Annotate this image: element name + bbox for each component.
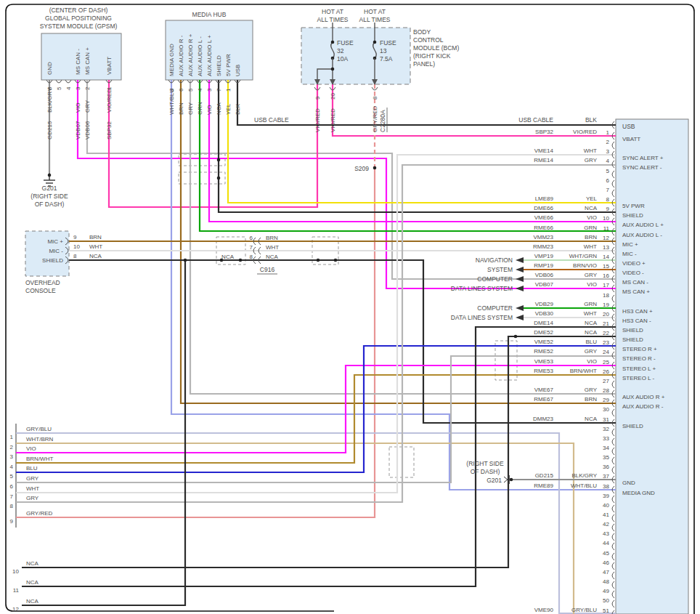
right-row-pin: 48 bbox=[603, 578, 609, 585]
right-row-pin: 50 bbox=[603, 597, 609, 604]
right-row-pin: 43 bbox=[603, 530, 609, 537]
right-row-color: BLK/GRY bbox=[571, 472, 597, 479]
right-row-color: BRN/VIO bbox=[573, 262, 597, 269]
right-row-label: VBATT bbox=[622, 136, 640, 142]
left-row-pin: 2 bbox=[10, 444, 14, 451]
gpsm-pin-label: MS CAN + bbox=[84, 47, 91, 75]
right-row-pin: 34 bbox=[603, 445, 609, 451]
right-row-color: WHT bbox=[584, 310, 597, 317]
c916-left-label: NCA bbox=[221, 254, 235, 260]
right-row-circuit: RME67 bbox=[534, 396, 553, 403]
left-row-pin: 3 bbox=[10, 453, 14, 460]
gpsm-pin-number: 4 bbox=[65, 86, 72, 90]
gpsm-pin-number: 2 bbox=[84, 86, 91, 90]
right-row-circuit: VME14 bbox=[534, 148, 554, 154]
right-row-pin: 5 bbox=[606, 168, 610, 174]
bcm-label-1: BODY bbox=[413, 28, 431, 36]
right-row-bracket bbox=[612, 591, 614, 598]
right-row-pin: 26 bbox=[603, 368, 609, 375]
console-wire-color: BRN bbox=[89, 234, 102, 241]
c916-pin-number: 7 bbox=[250, 244, 253, 251]
right-row-label: HS3 CAN + bbox=[622, 308, 653, 315]
bcm-pin-number: 20 bbox=[330, 93, 336, 100]
right-row-label: AUX AUDIO L + bbox=[622, 222, 664, 228]
right-row-bracket bbox=[612, 295, 614, 302]
overhead-console-label-1: OVERHEAD bbox=[25, 279, 60, 286]
bcm-label-3: MODULE (BCM) bbox=[413, 44, 459, 52]
usb-cable-label-right: USB CABLE bbox=[518, 116, 553, 124]
right-row-color: NCA bbox=[585, 329, 598, 336]
media-hub-pin-label: AUX AUDIO R - bbox=[178, 35, 184, 76]
right-row-color: VIO bbox=[587, 281, 597, 288]
right-row-circuit: VDB06 bbox=[535, 272, 554, 278]
gpsm-header-line3: SYSTEM MODULE (GPSM) bbox=[40, 23, 118, 30]
wire-left8-rme14 bbox=[16, 165, 616, 502]
connector-c2280a-label: C2280A bbox=[379, 110, 386, 132]
right-row-circuit: VME67 bbox=[534, 387, 554, 393]
ref-computer1-line1: COMPUTER bbox=[477, 275, 513, 283]
ground-g201-left-id: G201 bbox=[42, 185, 57, 192]
media-hub-wire-color: YEL bbox=[225, 103, 232, 115]
right-row-label: GND bbox=[622, 480, 635, 486]
media-hub-pin-label: 5V PWR bbox=[225, 54, 232, 76]
console-pin-number: 9 bbox=[73, 234, 77, 241]
right-row-pin: 19 bbox=[603, 302, 609, 308]
right-row-circuit: RMP19 bbox=[534, 262, 553, 269]
right-row-color: BRN/WHT bbox=[570, 368, 597, 374]
right-row-pin: 37 bbox=[603, 473, 609, 480]
fuse1-rating: 10A bbox=[337, 55, 348, 62]
right-row-color: VIO bbox=[587, 358, 597, 365]
right-row-pin: 9 bbox=[606, 206, 610, 212]
ground-g201-left-loc2: OF DASH) bbox=[35, 201, 65, 208]
right-row-label: 5V PWR bbox=[622, 203, 645, 209]
right-row-label: SYNC ALERT + bbox=[622, 155, 664, 161]
right-row-pin: 32 bbox=[603, 426, 609, 432]
wire-left3-vme53 bbox=[16, 365, 616, 453]
right-row-bracket bbox=[612, 514, 614, 522]
gpsm-pin-number: 3 bbox=[75, 86, 81, 90]
right-row-pin: 6 bbox=[606, 177, 610, 184]
wire-dme66 bbox=[219, 80, 616, 212]
right-row-color: BRN bbox=[585, 396, 597, 403]
c916-wire-color: BRN bbox=[266, 235, 278, 241]
right-row-pin: 40 bbox=[603, 502, 609, 509]
right-row-label: VIDEO + bbox=[622, 260, 646, 267]
left-row-pin: 7 bbox=[10, 493, 14, 500]
right-row-pin: 4 bbox=[606, 158, 610, 164]
right-row-pin: 12 bbox=[603, 235, 609, 241]
right-row-label: HS3 CAN - bbox=[622, 318, 651, 324]
right-row-pin: 13 bbox=[603, 244, 609, 251]
right-row-label: MIC - bbox=[622, 251, 637, 257]
right-row-pin: 1 bbox=[606, 129, 610, 136]
junction-dot bbox=[217, 158, 221, 162]
right-row-label: AUX AUDIO R + bbox=[622, 394, 665, 400]
right-row-bracket bbox=[612, 466, 614, 474]
right-row-pin: 45 bbox=[603, 550, 609, 557]
gpsm-wire-color: GRY bbox=[84, 100, 91, 113]
media-hub-pin-label: SHIELD bbox=[216, 55, 222, 76]
console-wire-color: NCA bbox=[89, 253, 102, 259]
right-row-bracket bbox=[612, 409, 614, 416]
media-hub-pin-number: 5 bbox=[187, 88, 194, 92]
right-connector-usb-label: USB bbox=[622, 123, 635, 130]
gpsm-pin-label: MS CAN - bbox=[75, 49, 81, 75]
ground-g201-left-loc1: (RIGHT SIDE bbox=[30, 193, 68, 200]
right-row-pin: 8 bbox=[606, 196, 610, 203]
right-row-circuit: RME66 bbox=[534, 225, 553, 231]
right-row-pin: 38 bbox=[603, 483, 609, 490]
right-row-pin: 21 bbox=[603, 320, 609, 327]
console-pin-number: 10 bbox=[73, 243, 80, 250]
right-row-bracket bbox=[612, 381, 614, 388]
right-row-pin: 15 bbox=[603, 263, 609, 270]
right-row-pin: 3 bbox=[606, 148, 610, 155]
media-hub-pin-label: USB bbox=[235, 65, 241, 76]
right-row-pin: 44 bbox=[603, 540, 609, 546]
bcm-wire-color: VIO/RED bbox=[314, 108, 321, 132]
bcm-label-2: CONTROL bbox=[413, 36, 444, 44]
gpsm-wire-color: VIO/RED bbox=[106, 89, 113, 113]
right-row-pin: 47 bbox=[603, 569, 609, 575]
right-row-bracket bbox=[612, 438, 614, 445]
right-row-color: VIO/RED bbox=[573, 129, 597, 135]
off-page-arrow bbox=[516, 276, 524, 282]
right-row-color: GRN bbox=[584, 301, 597, 307]
